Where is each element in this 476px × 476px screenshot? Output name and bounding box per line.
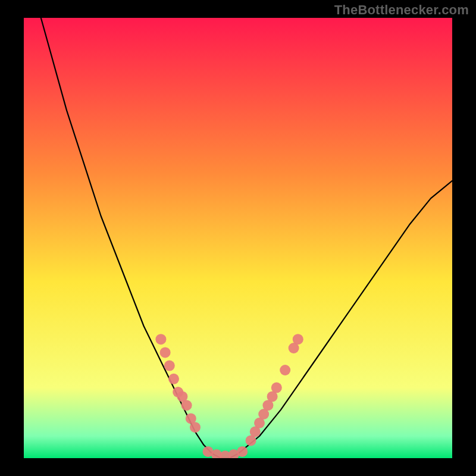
marker-point (160, 347, 171, 358)
gradient-background (24, 18, 452, 458)
marker-point (271, 383, 282, 393)
marker-point (237, 446, 248, 457)
chart-frame: TheBottlenecker.com (0, 0, 476, 476)
marker-point (190, 422, 201, 433)
marker-point (280, 365, 290, 375)
marker-point (181, 400, 192, 411)
attribution-text: TheBottlenecker.com (334, 2, 469, 18)
bottleneck-plot (24, 18, 452, 458)
plot-svg (24, 18, 452, 458)
marker-point (168, 374, 179, 384)
marker-point (155, 334, 166, 345)
marker-point (293, 334, 303, 345)
marker-point (164, 361, 175, 371)
